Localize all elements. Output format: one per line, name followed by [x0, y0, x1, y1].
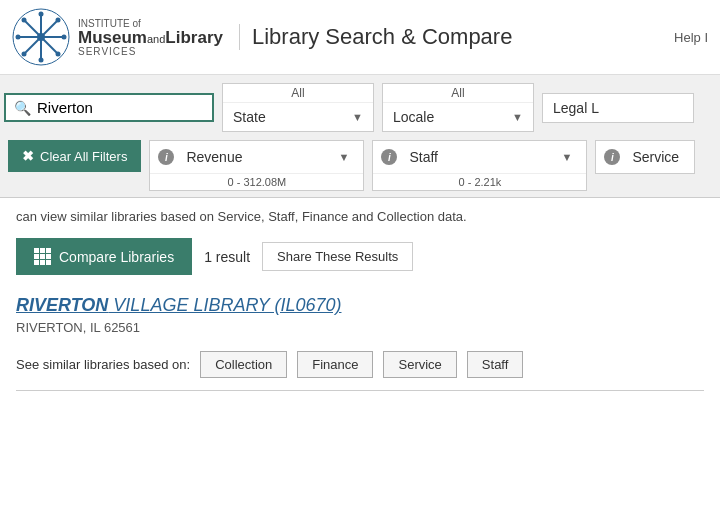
- similar-row: See similar libraries based on: Collecti…: [16, 351, 704, 378]
- compare-button[interactable]: Compare Libraries: [16, 238, 192, 275]
- library-address: RIVERTON, IL 62561: [16, 320, 704, 335]
- state-chevron-icon: ▼: [352, 111, 363, 123]
- intro-text: can view similar libraries based on Serv…: [16, 208, 704, 226]
- header: INSTITUTE of MuseumandLibrary SERVICES L…: [0, 0, 720, 75]
- close-icon: ✖: [22, 148, 34, 164]
- search-input[interactable]: [37, 99, 204, 116]
- filter-row-2: ✖ Clear All Filters i Revenue ▼ 0 - 312.…: [0, 140, 720, 197]
- app-title: Library Search & Compare: [239, 24, 512, 50]
- logo-services: SERVICES: [78, 46, 223, 57]
- legal-dropdown[interactable]: Legal L: [542, 93, 694, 123]
- staff-filter: i Staff ▼ 0 - 2.21k: [372, 140, 587, 191]
- compare-bar: Compare Libraries 1 result Share These R…: [16, 238, 704, 275]
- locale-chevron-icon: ▼: [512, 111, 523, 123]
- legal-select[interactable]: Legal L: [543, 94, 693, 122]
- results-count: 1 result: [204, 249, 250, 265]
- state-all-label: All: [223, 84, 373, 103]
- revenue-label: Revenue: [186, 149, 242, 165]
- svg-point-8: [62, 35, 67, 40]
- svg-point-5: [39, 12, 44, 17]
- library-name-link[interactable]: RIVERTON VILLAGE LIBRARY (IL0670): [16, 295, 704, 316]
- search-container: 🔍: [4, 93, 214, 122]
- service-slider-row: i Service: [596, 141, 694, 173]
- locale-dropdown[interactable]: All Locale ▼: [382, 83, 534, 132]
- tag-staff[interactable]: Staff: [467, 351, 524, 378]
- locale-label: Locale: [393, 109, 434, 125]
- library-name-rest: VILLAGE LIBRARY (IL0670): [108, 295, 341, 315]
- tag-collection[interactable]: Collection: [200, 351, 287, 378]
- compare-label: Compare Libraries: [59, 249, 174, 265]
- filter-bar: 🔍 All State ▼ All Locale ▼ Legal L: [0, 75, 720, 198]
- clear-all-button[interactable]: ✖ Clear All Filters: [8, 140, 141, 172]
- revenue-range-label: 0 - 312.08M: [150, 173, 363, 190]
- svg-point-12: [22, 52, 27, 57]
- state-dropdown[interactable]: All State ▼: [222, 83, 374, 132]
- grid-icon: [34, 248, 51, 265]
- service-label: Service: [632, 149, 679, 165]
- header-left: INSTITUTE of MuseumandLibrary SERVICES L…: [12, 8, 512, 66]
- staff-slider-row: i Staff ▼: [373, 141, 586, 173]
- tag-service[interactable]: Service: [383, 351, 456, 378]
- svg-point-6: [39, 58, 44, 63]
- state-label: State: [233, 109, 266, 125]
- divider: [16, 390, 704, 391]
- logo-text-block: INSTITUTE of MuseumandLibrary SERVICES: [78, 18, 223, 57]
- svg-point-13: [37, 33, 45, 41]
- content-area: can view similar libraries based on Serv…: [0, 198, 720, 401]
- svg-point-11: [56, 18, 61, 23]
- legal-label: Legal L: [553, 100, 599, 116]
- revenue-slider-row: i Revenue ▼: [150, 141, 363, 173]
- revenue-info-icon[interactable]: i: [158, 149, 174, 165]
- svg-point-9: [22, 18, 27, 23]
- share-button[interactable]: Share These Results: [262, 242, 413, 271]
- filter-row-1: 🔍 All State ▼ All Locale ▼ Legal L: [0, 83, 720, 140]
- revenue-filter: i Revenue ▼ 0 - 312.08M: [149, 140, 364, 191]
- logo-museum-span: Museum: [78, 28, 147, 47]
- library-result: RIVERTON VILLAGE LIBRARY (IL0670) RIVERT…: [16, 295, 704, 391]
- logo-area: INSTITUTE of MuseumandLibrary SERVICES: [12, 8, 223, 66]
- tag-finance[interactable]: Finance: [297, 351, 373, 378]
- staff-select[interactable]: Staff ▼: [403, 145, 578, 169]
- logo-icon: [12, 8, 70, 66]
- staff-label: Staff: [409, 149, 438, 165]
- similar-label: See similar libraries based on:: [16, 357, 190, 372]
- service-filter: i Service: [595, 140, 695, 174]
- staff-chevron-icon: ▼: [562, 151, 573, 163]
- service-info-icon[interactable]: i: [604, 149, 620, 165]
- revenue-select[interactable]: Revenue ▼: [180, 145, 355, 169]
- clear-label: Clear All Filters: [40, 149, 127, 164]
- state-select[interactable]: State ▼: [223, 103, 373, 131]
- service-select[interactable]: Service: [626, 145, 686, 169]
- help-link[interactable]: Help I: [674, 30, 708, 45]
- locale-all-label: All: [383, 84, 533, 103]
- locale-select[interactable]: Locale ▼: [383, 103, 533, 131]
- svg-point-7: [16, 35, 21, 40]
- svg-point-10: [56, 52, 61, 57]
- logo-museum: MuseumandLibrary: [78, 29, 223, 46]
- logo-library-span: Library: [165, 28, 223, 47]
- search-icon: 🔍: [14, 100, 31, 116]
- logo-and: and: [147, 33, 165, 45]
- revenue-chevron-icon: ▼: [339, 151, 350, 163]
- staff-info-icon[interactable]: i: [381, 149, 397, 165]
- staff-range-label: 0 - 2.21k: [373, 173, 586, 190]
- library-name-bold: RIVERTON: [16, 295, 108, 315]
